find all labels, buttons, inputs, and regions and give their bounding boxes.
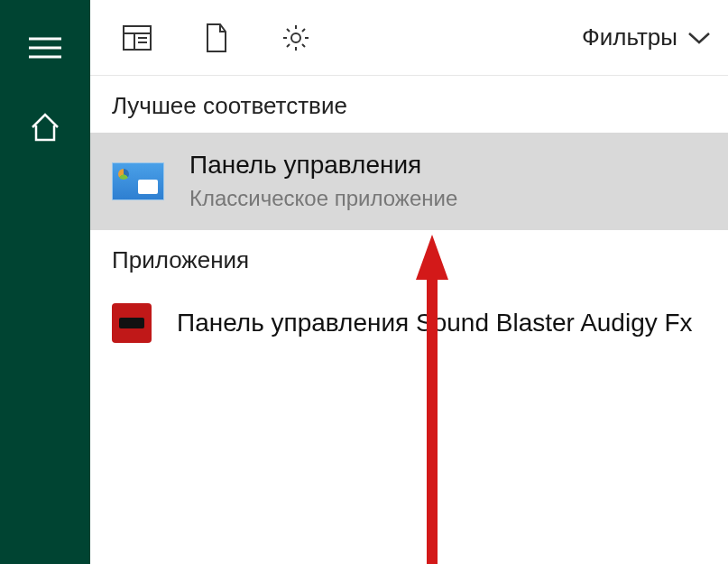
filters-dropdown[interactable]: Фильтры xyxy=(582,23,712,51)
gear-icon xyxy=(281,23,311,53)
apps-filter-button[interactable] xyxy=(119,20,155,56)
search-results-panel: Фильтры Лучшее соответствие Панель управ… xyxy=(90,0,728,564)
left-navigation-rail xyxy=(0,0,90,564)
section-header-apps: Приложения xyxy=(90,230,728,287)
result-sound-blaster[interactable]: Панель управления Sound Blaster Audigy F… xyxy=(90,287,728,359)
result-text: Панель управления Sound Blaster Audigy F… xyxy=(177,307,693,339)
hamburger-menu-button[interactable] xyxy=(0,16,90,79)
result-control-panel[interactable]: Панель управления Классическое приложени… xyxy=(90,133,728,230)
toolbar: Фильтры xyxy=(90,0,728,76)
hamburger-icon xyxy=(27,35,63,60)
result-text: Панель управления Классическое приложени… xyxy=(189,149,457,214)
home-button[interactable] xyxy=(0,96,90,159)
section-header-best-match: Лучшее соответствие xyxy=(90,76,728,133)
chevron-down-icon xyxy=(687,31,712,45)
settings-filter-button[interactable] xyxy=(278,20,314,56)
home-icon xyxy=(29,111,61,143)
control-panel-icon xyxy=(112,162,164,201)
results-content: Лучшее соответствие Панель управления Кл… xyxy=(90,76,728,564)
sound-blaster-icon xyxy=(112,303,152,343)
document-icon xyxy=(204,23,229,53)
result-subtitle: Классическое приложение xyxy=(189,183,457,214)
documents-filter-button[interactable] xyxy=(198,20,235,56)
toolbar-filter-icons xyxy=(101,20,314,56)
filters-label: Фильтры xyxy=(582,23,677,51)
result-title: Панель управления xyxy=(189,149,457,181)
apps-window-icon xyxy=(122,24,152,51)
result-title: Панель управления Sound Blaster Audigy F… xyxy=(177,307,693,339)
svg-point-8 xyxy=(291,33,300,42)
